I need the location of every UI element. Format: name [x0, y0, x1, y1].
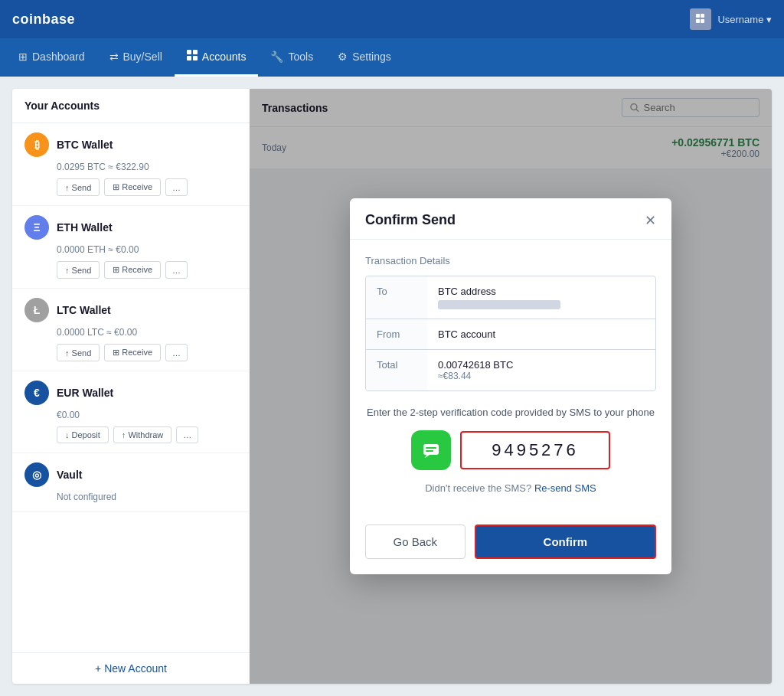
- svg-rect-1: [701, 14, 704, 18]
- eur-deposit-button[interactable]: ↓ Deposit: [57, 426, 109, 443]
- eur-coin-icon: €: [24, 381, 49, 405]
- btc-receive-button[interactable]: ⊞ Receive: [104, 178, 161, 196]
- nav-dashboard-label: Dashboard: [32, 51, 85, 63]
- svg-rect-10: [423, 444, 439, 455]
- nav-settings-label: Settings: [352, 51, 391, 63]
- detail-key-total: Total: [366, 350, 427, 390]
- nav-buysell[interactable]: ⇄ Buy/Sell: [97, 38, 175, 77]
- modal-close-button[interactable]: ✕: [645, 214, 656, 227]
- account-item-ltc: Ł LTC Wallet 0.0000 LTC ≈ €0.00 ↑ Send ⊞…: [12, 289, 250, 371]
- svg-marker-11: [425, 455, 430, 458]
- modal-body: Transaction Details To BTC address: [350, 240, 671, 524]
- nav-accounts[interactable]: Accounts: [175, 38, 259, 77]
- left-panel: Your Accounts ₿ BTC Wallet 0.0295 BTC ≈ …: [12, 89, 250, 684]
- eur-actions: ↓ Deposit ↑ Withdraw …: [57, 426, 237, 443]
- accounts-icon: [187, 50, 198, 63]
- btc-more-button[interactable]: …: [165, 178, 188, 196]
- confirm-button[interactable]: Confirm: [475, 524, 656, 559]
- sms-code-input-wrapper: [460, 431, 610, 469]
- dashboard-icon: ⊞: [18, 51, 28, 63]
- nav-accounts-label: Accounts: [202, 51, 247, 63]
- details-table: To BTC address From BTC account: [365, 276, 656, 391]
- main-content: Your Accounts ₿ BTC Wallet 0.0295 BTC ≈ …: [0, 77, 784, 696]
- tools-icon: 🔧: [270, 51, 283, 63]
- eth-coin-icon: Ξ: [24, 215, 49, 240]
- nav-settings[interactable]: ⚙ Settings: [325, 38, 403, 77]
- detail-key-from: From: [366, 319, 427, 349]
- svg-rect-12: [426, 447, 436, 449]
- svg-rect-4: [187, 50, 191, 54]
- account-item-eth: Ξ ETH Wallet 0.0000 ETH ≈ €0.00 ↑ Send ⊞…: [12, 206, 250, 289]
- ltc-send-button[interactable]: ↑ Send: [57, 344, 100, 361]
- resend-text: Didn't receive the SMS?: [425, 482, 531, 494]
- details-row-from: From BTC account: [366, 319, 655, 350]
- user-name: Username ▾: [717, 14, 772, 25]
- nav-tools-label: Tools: [288, 51, 313, 63]
- modal-title: Confirm Send: [365, 212, 456, 228]
- ltc-receive-button[interactable]: ⊞ Receive: [104, 344, 161, 361]
- eth-wallet-name: ETH Wallet: [57, 221, 113, 234]
- svg-rect-5: [193, 50, 198, 54]
- sms-icon: [411, 430, 451, 470]
- sms-code-input[interactable]: [474, 440, 596, 460]
- modal-header: Confirm Send ✕: [350, 198, 671, 240]
- btc-coin-icon: ₿: [24, 132, 49, 157]
- eur-withdraw-button[interactable]: ↑ Withdraw: [113, 426, 172, 443]
- modal-footer: Go Back Confirm: [350, 524, 671, 574]
- svg-rect-6: [187, 56, 191, 60]
- btc-wallet-name: BTC Wallet: [57, 139, 113, 151]
- svg-rect-0: [696, 14, 700, 18]
- detail-val-to: BTC address: [427, 276, 655, 319]
- details-row-total: Total 0.00742618 BTC ≈€83.44: [366, 350, 655, 390]
- ltc-coin-icon: Ł: [24, 298, 49, 322]
- top-nav: coinbase Username ▾: [0, 0, 784, 38]
- ltc-actions: ↑ Send ⊞ Receive …: [57, 344, 237, 361]
- confirm-send-modal: Confirm Send ✕ Transaction Details To BT…: [350, 198, 671, 574]
- svg-rect-7: [193, 56, 198, 60]
- ltc-more-button[interactable]: …: [165, 344, 188, 361]
- account-item-vault: ◎ Vault Not configured: [12, 453, 250, 512]
- eth-more-button[interactable]: …: [165, 261, 188, 279]
- secondary-nav: ⊞ Dashboard ⇄ Buy/Sell Accounts 🔧 Tools …: [0, 38, 784, 77]
- detail-val-from: BTC account: [427, 319, 655, 349]
- account-item-eur: € EUR Wallet €0.00 ↓ Deposit ↑ Withdraw …: [12, 371, 250, 453]
- tx-details-label: Transaction Details: [365, 255, 656, 266]
- buysell-icon: ⇄: [109, 51, 119, 63]
- eur-wallet-name: EUR Wallet: [57, 387, 113, 399]
- btc-balance: 0.0295 BTC ≈ €322.90: [57, 162, 237, 172]
- vault-name: Vault: [57, 469, 82, 481]
- nav-buysell-label: Buy/Sell: [123, 51, 162, 63]
- resend-sms-link[interactable]: Re-send SMS: [534, 482, 596, 494]
- account-item-btc: ₿ BTC Wallet 0.0295 BTC ≈ €322.90 ↑ Send…: [12, 123, 250, 206]
- your-accounts-heading: Your Accounts: [12, 89, 250, 123]
- blurred-address: [438, 300, 560, 309]
- svg-rect-13: [426, 450, 433, 452]
- user-menu[interactable]: Username ▾: [690, 8, 772, 30]
- vault-coin-icon: ◎: [24, 462, 49, 487]
- sms-row: [365, 430, 656, 470]
- details-row-to: To BTC address: [366, 276, 655, 319]
- app-logo: coinbase: [12, 11, 75, 28]
- go-back-button[interactable]: Go Back: [365, 524, 466, 559]
- new-account-button[interactable]: + New Account: [12, 652, 250, 684]
- eth-send-button[interactable]: ↑ Send: [57, 261, 100, 279]
- vault-balance: Not configured: [57, 492, 237, 502]
- nav-tools[interactable]: 🔧 Tools: [258, 38, 325, 77]
- detail-key-to: To: [366, 276, 427, 319]
- nav-dashboard[interactable]: ⊞ Dashboard: [6, 38, 97, 77]
- svg-rect-3: [701, 19, 704, 23]
- btc-send-button[interactable]: ↑ Send: [57, 178, 100, 196]
- modal-overlay: Confirm Send ✕ Transaction Details To BT…: [250, 89, 772, 684]
- btc-actions: ↑ Send ⊞ Receive …: [57, 178, 237, 196]
- svg-rect-2: [696, 19, 700, 23]
- settings-icon: ⚙: [338, 51, 348, 63]
- ltc-wallet-name: LTC Wallet: [57, 304, 111, 316]
- ltc-balance: 0.0000 LTC ≈ €0.00: [57, 327, 237, 338]
- resend-row: Didn't receive the SMS? Re-send SMS: [365, 482, 656, 494]
- sms-instruction: Enter the 2-step verification code provi…: [365, 407, 656, 418]
- eth-balance: 0.0000 ETH ≈ €0.00: [57, 244, 237, 255]
- eur-more-button[interactable]: …: [176, 426, 198, 443]
- eth-receive-button[interactable]: ⊞ Receive: [104, 261, 161, 279]
- accounts-list: ₿ BTC Wallet 0.0295 BTC ≈ €322.90 ↑ Send…: [12, 123, 250, 652]
- user-avatar: [690, 8, 711, 30]
